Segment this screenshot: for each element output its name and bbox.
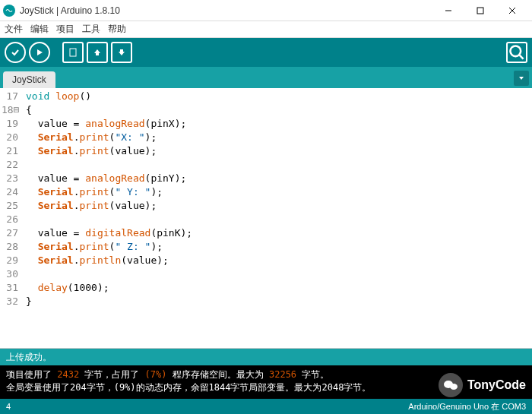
open-button[interactable] <box>87 42 108 63</box>
menubar: 文件 编辑 项目 工具 帮助 <box>0 21 532 38</box>
svg-marker-4 <box>37 49 43 55</box>
svg-rect-1 <box>477 8 483 14</box>
watermark-text: TonyCode <box>467 378 526 392</box>
code-line[interactable]: delay(1000); <box>26 281 529 295</box>
code-editor[interactable]: 1718⊟1920212223242526272829303132 void l… <box>0 88 532 349</box>
tab-menu-button[interactable] <box>514 71 529 86</box>
menu-sketch[interactable]: 项目 <box>56 23 74 36</box>
svg-marker-12 <box>519 77 524 80</box>
code-line[interactable]: } <box>26 295 529 308</box>
toolbar <box>0 38 532 67</box>
code-area[interactable]: void loop(){ value = analogRead(pinX); S… <box>23 88 532 348</box>
wechat-icon <box>439 373 463 397</box>
svg-marker-8 <box>119 52 125 55</box>
code-line[interactable] <box>26 213 529 226</box>
menu-file[interactable]: 文件 <box>5 23 23 36</box>
code-line[interactable] <box>26 267 529 281</box>
upload-button[interactable] <box>29 42 50 63</box>
svg-rect-7 <box>96 53 99 55</box>
code-line[interactable]: Serial.println(value); <box>26 254 529 267</box>
watermark: TonyCode <box>439 373 526 397</box>
svg-line-11 <box>519 55 523 58</box>
save-button[interactable] <box>111 42 132 63</box>
line-gutter: 1718⊟1920212223242526272829303132 <box>0 88 23 348</box>
menu-help[interactable]: 帮助 <box>108 23 126 36</box>
tab-joystick[interactable]: JoyStick <box>3 71 55 88</box>
status-message: 上传成功。 <box>6 351 52 364</box>
line-number: 26 <box>2 213 18 226</box>
code-line[interactable]: Serial.print(" Z: "); <box>26 240 529 254</box>
code-line[interactable]: Serial.print(value); <box>26 144 529 158</box>
maximize-button[interactable] <box>470 3 491 18</box>
footer-bar: 4 Arduino/Genuino Uno 在 COM3 <box>0 399 532 414</box>
titlebar: JoyStick | Arduino 1.8.10 <box>0 0 532 21</box>
code-line[interactable]: Serial.print(" Y: "); <box>26 185 529 199</box>
minimize-button[interactable] <box>438 3 459 18</box>
line-number: 32 <box>2 295 18 308</box>
line-number: 18⊟ <box>2 103 18 117</box>
code-line[interactable]: void loop() <box>26 90 529 103</box>
line-number: 21 <box>2 144 18 158</box>
close-button[interactable] <box>502 3 523 18</box>
footer-left: 4 <box>6 402 11 411</box>
line-number: 28 <box>2 240 18 254</box>
status-bar: 上传成功。 <box>0 349 532 365</box>
line-number: 27 <box>2 226 18 240</box>
line-number: 29 <box>2 254 18 267</box>
code-line[interactable]: value = analogRead(pinY); <box>26 172 529 185</box>
footer-board-info: Arduino/Genuino Uno 在 COM3 <box>408 401 526 412</box>
svg-rect-5 <box>70 49 76 56</box>
window-title: JoyStick | Arduino 1.8.10 <box>20 5 438 16</box>
app-icon <box>3 5 15 17</box>
code-line[interactable]: Serial.print(value); <box>26 199 529 213</box>
svg-point-14 <box>450 384 458 390</box>
line-number: 17 <box>2 90 18 103</box>
line-number: 19 <box>2 117 18 131</box>
verify-button[interactable] <box>5 42 26 63</box>
line-number: 24 <box>2 185 18 199</box>
menu-tools[interactable]: 工具 <box>82 23 100 36</box>
svg-rect-9 <box>120 49 123 52</box>
tab-bar: JoyStick <box>0 67 532 88</box>
line-number: 22 <box>2 158 18 172</box>
line-number: 30 <box>2 267 18 281</box>
code-line[interactable] <box>26 158 529 172</box>
svg-marker-6 <box>94 49 100 53</box>
line-number: 20 <box>2 131 18 144</box>
line-number: 23 <box>2 172 18 185</box>
code-line[interactable]: value = digitalRead(pinK); <box>26 226 529 240</box>
menu-edit[interactable]: 编辑 <box>30 23 49 36</box>
code-line[interactable]: { <box>26 103 529 117</box>
new-sketch-button[interactable] <box>62 42 84 63</box>
line-number: 31 <box>2 281 18 295</box>
line-number: 25 <box>2 199 18 213</box>
serial-monitor-button[interactable] <box>506 42 527 63</box>
code-line[interactable]: Serial.print("X: "); <box>26 131 529 144</box>
svg-point-10 <box>510 46 521 56</box>
code-line[interactable]: value = analogRead(pinX); <box>26 117 529 131</box>
